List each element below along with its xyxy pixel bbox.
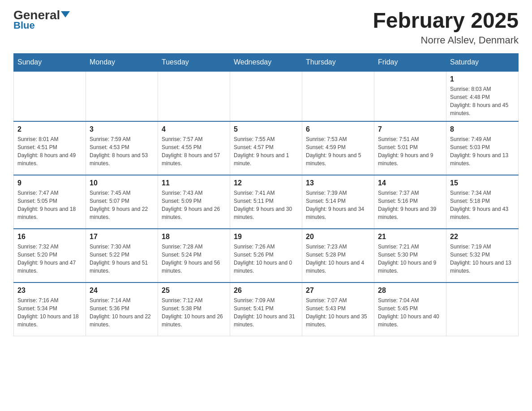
day-info: Sunrise: 7:19 AMSunset: 5:32 PMDaylight:… [450,243,515,275]
calendar-cell: 4Sunrise: 7:57 AMSunset: 4:55 PMDaylight… [158,121,230,175]
day-info: Sunrise: 7:28 AMSunset: 5:24 PMDaylight:… [162,243,226,275]
calendar-cell: 2Sunrise: 8:01 AMSunset: 4:51 PMDaylight… [14,121,86,175]
calendar-cell: 11Sunrise: 7:43 AMSunset: 5:09 PMDayligh… [158,175,230,229]
calendar-week-4: 16Sunrise: 7:32 AMSunset: 5:20 PMDayligh… [14,229,519,283]
location-title: Norre Alslev, Denmark [373,34,519,46]
title-area: February 2025 Norre Alslev, Denmark [373,9,519,46]
day-number: 19 [234,233,298,241]
calendar-cell: 26Sunrise: 7:09 AMSunset: 5:41 PMDayligh… [230,283,302,336]
day-info: Sunrise: 7:16 AMSunset: 5:34 PMDaylight:… [17,296,82,329]
calendar-table: Sunday Monday Tuesday Wednesday Thursday… [13,53,519,337]
calendar-cell: 8Sunrise: 7:49 AMSunset: 5:03 PMDaylight… [446,121,519,175]
calendar-cell: 19Sunrise: 7:26 AMSunset: 5:26 PMDayligh… [230,229,302,283]
day-info: Sunrise: 7:41 AMSunset: 5:11 PMDaylight:… [234,189,298,221]
day-info: Sunrise: 7:12 AMSunset: 5:38 PMDaylight:… [162,296,226,329]
day-info: Sunrise: 7:51 AMSunset: 5:01 PMDaylight:… [378,135,442,167]
day-number: 2 [17,125,82,133]
day-number: 16 [17,233,82,241]
day-number: 1 [450,75,515,83]
day-number: 28 [378,287,442,295]
calendar-cell: 10Sunrise: 7:45 AMSunset: 5:07 PMDayligh… [86,175,158,229]
day-number: 18 [162,233,226,241]
calendar-cell: 28Sunrise: 7:04 AMSunset: 5:45 PMDayligh… [374,283,446,336]
calendar-week-2: 2Sunrise: 8:01 AMSunset: 4:51 PMDaylight… [14,121,519,175]
day-number: 9 [17,179,82,187]
header-saturday: Saturday [446,53,519,71]
day-info: Sunrise: 7:47 AMSunset: 5:05 PMDaylight:… [17,189,82,221]
calendar-header: Sunday Monday Tuesday Wednesday Thursday… [14,53,519,71]
logo-blue-text: Blue [13,20,35,31]
day-number: 17 [90,233,154,241]
header-monday: Monday [86,53,158,71]
day-info: Sunrise: 7:04 AMSunset: 5:45 PMDaylight:… [378,296,442,329]
logo-triangle-icon [61,11,70,17]
day-number: 23 [17,287,82,295]
day-info: Sunrise: 7:23 AMSunset: 5:28 PMDaylight:… [306,243,370,275]
calendar-cell: 3Sunrise: 7:59 AMSunset: 4:53 PMDaylight… [86,121,158,175]
day-number: 5 [234,125,298,133]
calendar-cell: 20Sunrise: 7:23 AMSunset: 5:28 PMDayligh… [302,229,374,283]
day-info: Sunrise: 7:34 AMSunset: 5:18 PMDaylight:… [450,189,515,221]
day-number: 13 [306,179,370,187]
calendar-cell [446,283,519,336]
day-info: Sunrise: 7:07 AMSunset: 5:43 PMDaylight:… [306,296,370,329]
day-info: Sunrise: 7:30 AMSunset: 5:22 PMDaylight:… [90,243,154,275]
day-number: 26 [234,287,298,295]
day-info: Sunrise: 7:59 AMSunset: 4:53 PMDaylight:… [90,135,154,167]
header-tuesday: Tuesday [158,53,230,71]
calendar-cell: 5Sunrise: 7:55 AMSunset: 4:57 PMDaylight… [230,121,302,175]
day-number: 4 [162,125,226,133]
page-header: General Blue February 2025 Norre Alslev,… [13,9,519,46]
calendar-week-1: 1Sunrise: 8:03 AMSunset: 4:48 PMDaylight… [14,71,519,121]
day-number: 25 [162,287,226,295]
calendar-cell [158,71,230,121]
calendar-cell: 6Sunrise: 7:53 AMSunset: 4:59 PMDaylight… [302,121,374,175]
day-number: 14 [378,179,442,187]
day-number: 22 [450,233,515,241]
calendar-cell: 14Sunrise: 7:37 AMSunset: 5:16 PMDayligh… [374,175,446,229]
calendar-cell: 24Sunrise: 7:14 AMSunset: 5:36 PMDayligh… [86,283,158,336]
day-number: 8 [450,125,515,133]
day-number: 12 [234,179,298,187]
calendar-body: 1Sunrise: 8:03 AMSunset: 4:48 PMDaylight… [14,71,519,336]
calendar-cell: 12Sunrise: 7:41 AMSunset: 5:11 PMDayligh… [230,175,302,229]
days-of-week-row: Sunday Monday Tuesday Wednesday Thursday… [14,53,519,71]
calendar-cell: 1Sunrise: 8:03 AMSunset: 4:48 PMDaylight… [446,71,519,121]
day-number: 20 [306,233,370,241]
calendar-cell [14,71,86,121]
day-number: 10 [90,179,154,187]
calendar-cell: 16Sunrise: 7:32 AMSunset: 5:20 PMDayligh… [14,229,86,283]
day-info: Sunrise: 7:39 AMSunset: 5:14 PMDaylight:… [306,189,370,221]
day-number: 21 [378,233,442,241]
calendar-cell: 22Sunrise: 7:19 AMSunset: 5:32 PMDayligh… [446,229,519,283]
calendar-cell: 7Sunrise: 7:51 AMSunset: 5:01 PMDaylight… [374,121,446,175]
day-number: 27 [306,287,370,295]
day-number: 3 [90,125,154,133]
day-info: Sunrise: 7:53 AMSunset: 4:59 PMDaylight:… [306,135,370,167]
calendar-week-5: 23Sunrise: 7:16 AMSunset: 5:34 PMDayligh… [14,283,519,336]
calendar-cell: 17Sunrise: 7:30 AMSunset: 5:22 PMDayligh… [86,229,158,283]
header-thursday: Thursday [302,53,374,71]
calendar-cell: 23Sunrise: 7:16 AMSunset: 5:34 PMDayligh… [14,283,86,336]
month-title: February 2025 [373,9,519,33]
day-number: 7 [378,125,442,133]
calendar-cell [86,71,158,121]
calendar-cell: 27Sunrise: 7:07 AMSunset: 5:43 PMDayligh… [302,283,374,336]
calendar-cell: 15Sunrise: 7:34 AMSunset: 5:18 PMDayligh… [446,175,519,229]
day-info: Sunrise: 7:26 AMSunset: 5:26 PMDaylight:… [234,243,298,275]
day-info: Sunrise: 7:49 AMSunset: 5:03 PMDaylight:… [450,135,515,167]
calendar-cell: 21Sunrise: 7:21 AMSunset: 5:30 PMDayligh… [374,229,446,283]
header-wednesday: Wednesday [230,53,302,71]
day-info: Sunrise: 7:43 AMSunset: 5:09 PMDaylight:… [162,189,226,221]
calendar-cell: 13Sunrise: 7:39 AMSunset: 5:14 PMDayligh… [302,175,374,229]
day-number: 24 [90,287,154,295]
day-info: Sunrise: 7:14 AMSunset: 5:36 PMDaylight:… [90,296,154,329]
day-info: Sunrise: 7:32 AMSunset: 5:20 PMDaylight:… [17,243,82,275]
day-info: Sunrise: 7:21 AMSunset: 5:30 PMDaylight:… [378,243,442,275]
calendar-cell [374,71,446,121]
day-info: Sunrise: 7:57 AMSunset: 4:55 PMDaylight:… [162,135,226,167]
logo: General Blue [13,9,70,31]
day-info: Sunrise: 7:45 AMSunset: 5:07 PMDaylight:… [90,189,154,221]
day-info: Sunrise: 7:55 AMSunset: 4:57 PMDaylight:… [234,135,298,167]
calendar-cell: 18Sunrise: 7:28 AMSunset: 5:24 PMDayligh… [158,229,230,283]
